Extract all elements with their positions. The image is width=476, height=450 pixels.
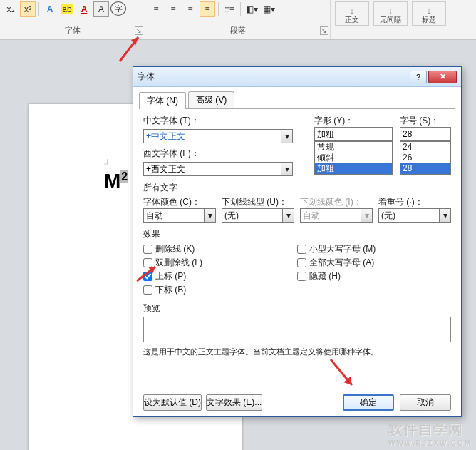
paragraph-mark: 」 xyxy=(103,154,113,167)
size-listbox[interactable]: 24 26 28 xyxy=(400,141,451,175)
char-shading-button[interactable]: A xyxy=(93,1,109,17)
size-label: 字号 (S)： xyxy=(400,115,451,127)
document-text[interactable]: M2 xyxy=(104,170,128,193)
double-strike-checkbox[interactable] xyxy=(143,258,152,267)
underline-style-combo[interactable]: (无)▾ xyxy=(222,208,294,223)
tab-font[interactable]: 字体 (N) xyxy=(139,92,186,109)
wn-font-combo[interactable]: ▾ xyxy=(143,162,293,176)
strike-checkbox[interactable] xyxy=(143,245,152,254)
wn-font-input[interactable] xyxy=(144,163,281,175)
wn-font-label: 西文字体 (F)： xyxy=(143,148,200,160)
close-button[interactable]: ✕ xyxy=(428,71,457,83)
styles-gallery[interactable]: ↓正文 ↓无间隔 ↓标题 xyxy=(331,0,450,39)
list-item[interactable]: 倾斜 xyxy=(315,153,392,163)
list-item[interactable]: 26 xyxy=(400,153,450,163)
style-nospacing[interactable]: ↓无间隔 xyxy=(373,1,408,26)
cancel-button[interactable]: 取消 xyxy=(400,394,451,411)
ribbon: x₂ x² A ab A A 字 字体 ↘ ≡ ≡ ≡ ≡ ‡≡ ◧▾ ▦▾ 段… xyxy=(0,0,476,40)
subscript-checkbox[interactable] xyxy=(143,285,152,295)
paragraph-dialog-launcher[interactable]: ↘ xyxy=(320,26,328,35)
preview-label: 预览 xyxy=(143,302,451,315)
list-item[interactable]: 常规 xyxy=(315,142,392,153)
style-body[interactable]: ↓正文 xyxy=(335,1,369,26)
size-input-combo[interactable] xyxy=(400,127,451,141)
enclose-char-button[interactable]: 字 xyxy=(110,1,126,16)
dialog-titlebar[interactable]: 字体 ? ✕ xyxy=(133,67,461,87)
help-button[interactable]: ? xyxy=(410,71,427,83)
helper-text: 这是用于中文的正文主题字体。当前文档主题定义将使用哪种字体。 xyxy=(143,347,451,357)
style-title[interactable]: ↓标题 xyxy=(412,1,446,26)
font-dialog-launcher[interactable]: ↘ xyxy=(135,26,143,35)
style-input-combo[interactable] xyxy=(314,127,393,141)
superscript-button[interactable]: x² xyxy=(20,1,36,17)
list-item[interactable]: 24 xyxy=(400,142,450,153)
watermark: 软件自学网WWW.RJZXW.COM xyxy=(388,420,472,447)
chevron-down-icon[interactable]: ▾ xyxy=(281,130,292,143)
superscript-checkbox[interactable] xyxy=(143,272,152,281)
allcaps-checkbox[interactable] xyxy=(297,258,306,267)
ok-button[interactable]: 确定 xyxy=(343,394,394,411)
underline-color-combo: 自动▾ xyxy=(300,208,373,223)
align-justify-button[interactable]: ≡ xyxy=(200,1,215,17)
style-label: 字形 (Y)： xyxy=(314,115,393,127)
shading-button[interactable]: ◧▾ xyxy=(244,1,259,17)
highlight-button[interactable]: ab xyxy=(59,1,75,17)
underline-color-label: 下划线颜色 (I)： xyxy=(300,196,373,208)
list-item[interactable]: 加粗 xyxy=(315,163,392,174)
list-item[interactable]: 28 xyxy=(400,163,450,174)
smallcaps-checkbox[interactable] xyxy=(297,245,306,254)
font-color-button[interactable]: A xyxy=(76,1,92,17)
font-color-combo[interactable]: 自动▾ xyxy=(143,208,216,223)
text-effects-button[interactable]: A xyxy=(42,1,58,17)
cn-font-combo[interactable]: ▾ xyxy=(143,129,293,143)
emphasis-label: 着重号 (·)： xyxy=(378,196,451,208)
align-right-button[interactable]: ≡ xyxy=(182,1,198,17)
font-color-label: 字体颜色 (C)： xyxy=(143,196,216,208)
style-listbox[interactable]: 常规 倾斜 加粗 xyxy=(314,141,393,175)
align-left-button[interactable]: ≡ xyxy=(148,1,164,17)
line-spacing-button[interactable]: ‡≡ xyxy=(222,1,237,17)
underline-style-label: 下划线线型 (U)： xyxy=(222,196,294,208)
dialog-title: 字体 xyxy=(138,71,408,83)
effects-label: 效果 xyxy=(143,228,451,240)
align-center-button[interactable]: ≡ xyxy=(165,1,181,17)
chevron-down-icon[interactable]: ▾ xyxy=(281,163,292,175)
emphasis-combo[interactable]: (无)▾ xyxy=(378,208,451,223)
tab-advanced[interactable]: 高级 (V) xyxy=(188,91,234,108)
subscript-button[interactable]: x₂ xyxy=(3,1,19,17)
paragraph-group-label: 段落 xyxy=(230,26,246,34)
dialog-tabs: 字体 (N) 高级 (V) xyxy=(139,91,455,109)
cn-font-input[interactable] xyxy=(144,130,281,143)
font-group-label: 字体 xyxy=(65,26,81,34)
borders-button[interactable]: ▦▾ xyxy=(261,1,276,17)
font-dialog: 字体 ? ✕ 字体 (N) 高级 (V) 中文字体 (T)： ▾ 西文字体 (F… xyxy=(133,66,462,417)
set-default-button[interactable]: 设为默认值 (D) xyxy=(143,394,202,411)
text-effects-dialog-button[interactable]: 文字效果 (E)... xyxy=(206,394,262,411)
all-text-label: 所有文字 xyxy=(143,182,451,194)
cn-font-label: 中文字体 (T)： xyxy=(143,115,200,127)
hidden-checkbox[interactable] xyxy=(297,272,306,281)
preview-box xyxy=(143,317,451,342)
